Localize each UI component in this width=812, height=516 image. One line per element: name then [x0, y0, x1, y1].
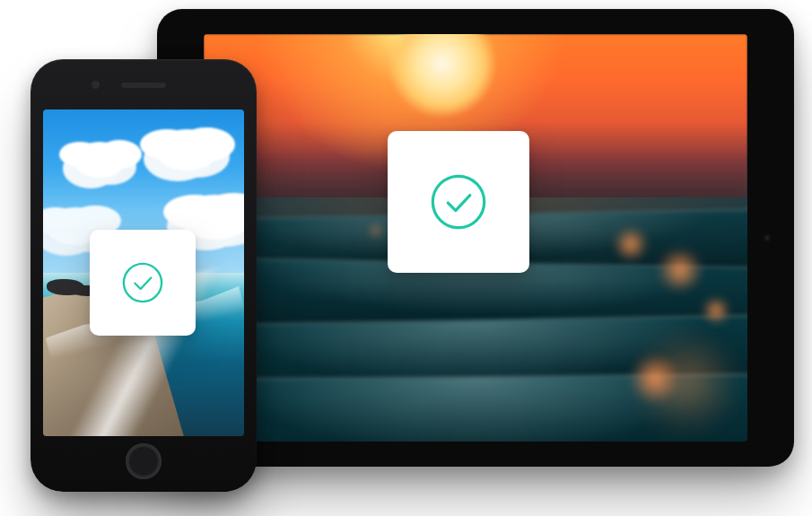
- phone-speaker-icon: [121, 83, 166, 88]
- success-card-tablet: [388, 131, 529, 273]
- svg-point-1: [124, 264, 162, 302]
- tablet-camera-icon: [764, 234, 771, 241]
- checkmark-circle-icon: [120, 260, 165, 305]
- phone-camera-icon: [92, 81, 100, 89]
- success-card-phone: [90, 230, 196, 336]
- svg-point-0: [432, 176, 484, 227]
- checkmark-circle-icon: [428, 171, 489, 232]
- phone-home-button[interactable]: [126, 443, 162, 479]
